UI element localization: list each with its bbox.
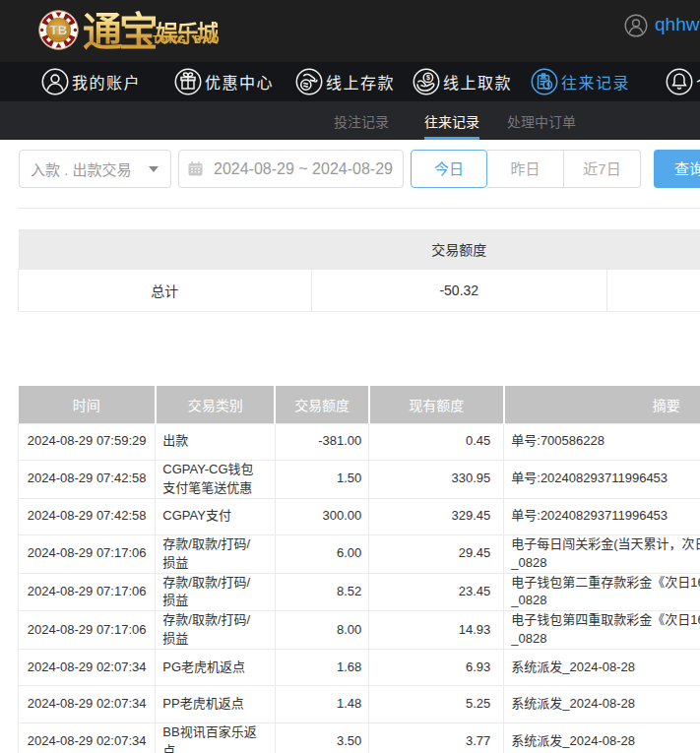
- svg-text:TB: TB: [50, 23, 67, 37]
- svg-text:$: $: [426, 74, 430, 82]
